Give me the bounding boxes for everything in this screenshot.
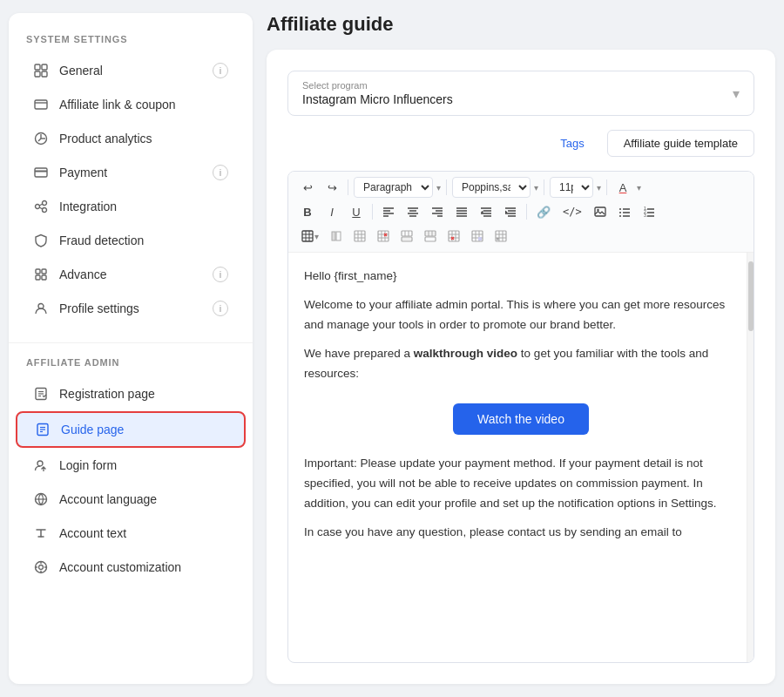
sidebar-label-account-language: Account language [59,492,157,506]
system-settings-title: SYSTEM SETTINGS [9,34,253,53]
sidebar-label-login-form: Login form [59,458,117,472]
editor-body[interactable]: Hello {first_name} Welcome to your affil… [288,253,754,662]
table-action-1[interactable] [326,226,347,247]
editor-para3: Important: Please update your payment me… [304,454,738,514]
sidebar-label-profile-settings: Profile settings [59,301,139,315]
table-button[interactable]: ▾ [297,226,323,247]
chevron-color-icon: ▾ [637,183,641,193]
table-action-2[interactable] [349,226,370,247]
svg-rect-17 [42,275,46,280]
table-action-4[interactable] [396,226,417,247]
select-program[interactable]: Select program Instagram Micro Influence… [287,71,754,116]
svg-rect-0 [35,64,40,70]
select-program-value: Instagram Micro Influencers [302,92,453,106]
svg-text:3.: 3. [644,213,647,218]
svg-rect-15 [42,269,46,274]
underline-button[interactable]: U [346,201,367,222]
info-badge-advance: i [213,267,228,282]
sidebar-item-product-analytics[interactable]: Product analytics [16,122,246,155]
sidebar-item-guide-page[interactable]: Guide page [16,411,246,448]
svg-point-31 [39,565,44,570]
link-button[interactable]: 🔗 [532,201,555,222]
app-container: SYSTEM SETTINGS General i Affiliate link… [9,13,775,684]
table-action-5[interactable] [420,226,441,247]
table-action-8[interactable]: ≡ [490,226,511,247]
image-button[interactable] [590,201,611,222]
sidebar-item-fraud-detection[interactable]: Fraud detection [16,224,246,257]
align-left-button[interactable] [378,201,399,222]
tab-tags[interactable]: Tags [544,131,599,156]
toolbar-divider-1 [348,179,348,195]
svg-rect-95 [402,237,412,241]
sidebar-item-affiliate-link[interactable]: Affiliate link & coupon [16,88,246,121]
payment-icon [33,165,49,180]
svg-rect-99 [425,237,436,241]
align-center-button[interactable] [402,201,423,222]
indent-decrease-button[interactable] [476,201,497,222]
select-program-label: Select program [302,80,453,91]
sidebar-item-account-language[interactable]: Account language [16,483,246,516]
analytics-icon [33,131,49,146]
page-title: Affiliate guide [267,13,775,36]
code-button[interactable]: </> [558,201,586,222]
sidebar-item-registration-page[interactable]: Registration page [16,377,246,410]
info-badge-general: i [213,63,228,78]
undo-button[interactable]: ↩ [297,177,318,198]
sidebar-label-account-customization: Account customization [59,560,181,574]
sidebar-label-affiliate-link: Affiliate link & coupon [59,98,176,112]
editor-scrollbar-thumb[interactable] [748,261,754,331]
sidebar-item-general[interactable]: General i [16,54,246,87]
svg-rect-87 [378,231,389,241]
toolbar-row-1: ↩ ↪ Paragraph Heading 1 Heading 2 ▾ Popp… [297,177,745,198]
justify-button[interactable] [451,201,472,222]
italic-button[interactable]: I [321,201,342,222]
sidebar-label-product-analytics: Product analytics [59,132,152,145]
info-badge-profile-settings: i [213,301,228,316]
size-select[interactable]: 11pt 12pt 14pt [550,177,593,198]
paragraph-select[interactable]: Paragraph Heading 1 Heading 2 [354,177,433,198]
sidebar-item-payment[interactable]: Payment i [16,156,246,189]
table-action-6[interactable] [443,226,464,247]
sidebar-item-account-customization[interactable]: Account customization [16,551,246,584]
svg-rect-94 [402,231,412,236]
sidebar-label-payment: Payment [59,166,107,179]
toolbar-row-2: B I U [297,201,745,222]
indent-increase-button[interactable] [500,201,521,222]
sidebar-item-integration[interactable]: Integration [16,190,246,223]
svg-point-67 [619,215,621,217]
tab-template[interactable]: Affiliate guide template [607,130,754,157]
language-icon [33,491,49,507]
font-select[interactable]: Poppins,san... Arial [452,177,531,198]
info-badge-payment: i [213,165,228,180]
align-right-button[interactable] [427,201,448,222]
customization-icon [33,559,49,575]
font-color-button[interactable]: A [612,177,633,198]
svg-point-9 [36,205,40,209]
sidebar-label-integration: Integration [59,200,117,213]
editor-scrollbar-track[interactable] [747,253,754,662]
advance-icon [33,267,49,282]
table-action-7[interactable] [467,226,488,247]
redo-button[interactable]: ↪ [321,177,342,198]
toolbar-divider-2 [446,179,447,195]
bold-button[interactable]: B [297,201,318,222]
editor-para1: Welcome to your affiliate admin portal. … [304,295,738,335]
sidebar-label-fraud-detection: Fraud detection [59,233,144,247]
sidebar-item-advance[interactable]: Advance i [16,258,246,291]
svg-rect-3 [42,71,47,77]
table-action-3[interactable] [373,226,394,247]
guide-icon [35,422,51,437]
main-content: Affiliate guide Select program Instagram… [267,13,775,684]
editor-toolbar: ↩ ↪ Paragraph Heading 1 Heading 2 ▾ Popp… [288,172,754,253]
watch-video-button[interactable]: Watch the video [453,403,589,435]
bullet-list-button[interactable] [614,201,635,222]
svg-rect-7 [35,168,47,177]
sidebar-item-profile-settings[interactable]: Profile settings i [16,292,246,325]
sidebar-item-login-form[interactable]: Login form [16,449,246,482]
toolbar-divider-4 [606,179,607,195]
sidebar-item-account-text[interactable]: Account text [16,517,246,550]
svg-rect-75 [302,231,313,241]
svg-rect-80 [332,232,335,240]
numbered-list-button[interactable]: 1.2.3. [639,201,659,222]
svg-rect-4 [35,100,47,109]
